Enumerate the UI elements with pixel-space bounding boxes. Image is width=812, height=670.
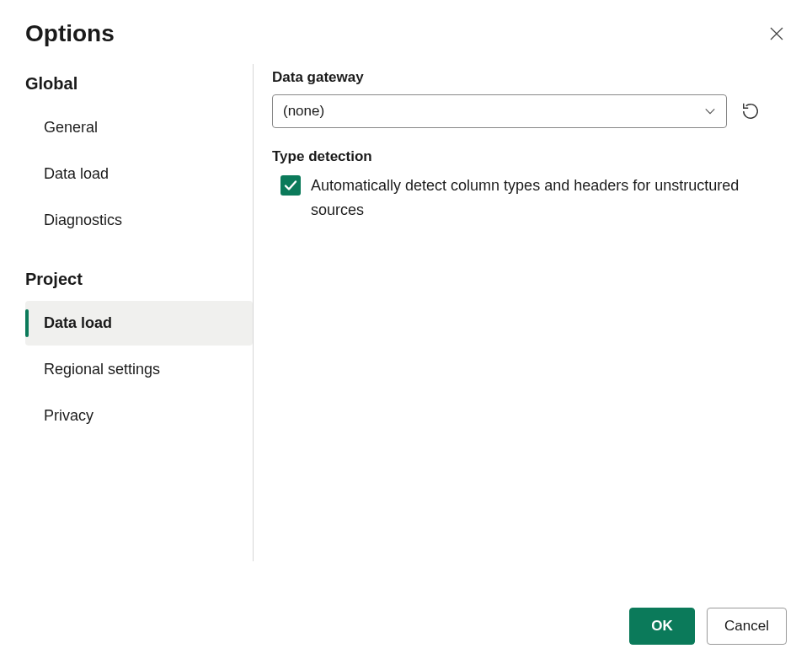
type-detection-label: Type detection [272,148,787,165]
data-gateway-select[interactable]: (none) [272,94,727,128]
refresh-button[interactable] [739,99,762,123]
dialog-title: Options [25,20,115,47]
sidebar-item-project-data-load[interactable]: Data load [25,301,253,346]
ok-button[interactable]: OK [629,608,695,645]
data-gateway-value: (none) [283,103,324,120]
refresh-icon [741,102,760,121]
sidebar-item-diagnostics[interactable]: Diagnostics [25,198,253,243]
cancel-button[interactable]: Cancel [707,608,787,645]
section-global-label: Global [25,74,253,94]
close-button[interactable] [767,24,787,44]
sidebar-item-general[interactable]: General [25,105,253,150]
content-pane: Data gateway (none) Type detection [272,57,787,561]
auto-detect-label: Automatically detect column types and he… [311,174,783,222]
chevron-down-icon [704,105,716,117]
sidebar-item-regional-settings[interactable]: Regional settings [25,347,253,392]
vertical-divider [253,64,254,561]
sidebar: Global General Data load Diagnostics Pro… [25,57,253,561]
data-gateway-label: Data gateway [272,69,787,86]
sidebar-item-privacy[interactable]: Privacy [25,394,253,438]
sidebar-item-global-data-load[interactable]: Data load [25,152,253,196]
auto-detect-checkbox[interactable] [280,175,301,196]
close-icon [770,27,783,40]
section-project-label: Project [25,270,253,289]
check-icon [284,179,297,192]
